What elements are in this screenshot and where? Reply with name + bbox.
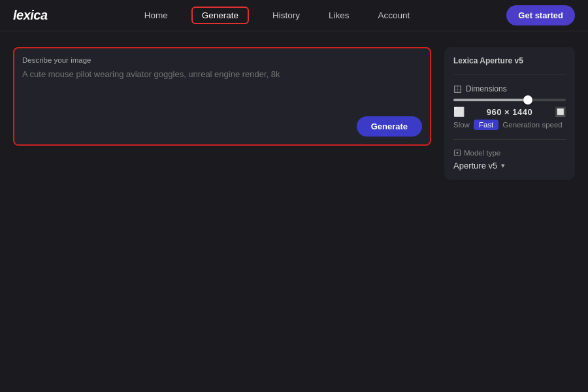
main-content: Describe your image Generate Lexica Aper… [0,31,588,392]
divider-1 [453,74,566,75]
speed-slow-label: Slow [453,121,470,129]
dimension-slider-track[interactable] [453,99,566,101]
model-select[interactable]: Aperture v5 ▾ [453,161,566,171]
prompt-box: Describe your image Generate [13,47,431,146]
dimension-large-icon: 🔲 [555,106,566,117]
dimensions-label: Dimensions [453,84,566,93]
dimension-value: 960 × 1440 [487,107,532,117]
model-selected-value: Aperture v5 [453,161,497,171]
nav-likes[interactable]: Likes [323,8,355,23]
nav-home[interactable]: Home [139,8,173,23]
divider-2 [453,139,566,140]
generate-button[interactable]: Generate [357,116,422,137]
slider-thumb [523,95,532,105]
left-panel: Describe your image Generate [13,47,431,376]
model-type-section: Model type Aperture v5 ▾ [453,149,566,171]
model-type-icon [453,149,461,157]
nav-history[interactable]: History [267,8,305,23]
model-title: Lexica Aperture v5 [453,56,566,65]
dimension-small-icon: ⬜ [453,106,465,117]
dimension-display: ⬜ 960 × 1440 🔲 [453,106,566,117]
nav-account[interactable]: Account [373,8,416,23]
speed-fast-badge[interactable]: Fast [474,120,498,130]
right-panel: Lexica Aperture v5 Dimensions ⬜ 960 × 14… [444,47,575,180]
nav-generate[interactable]: Generate [191,7,249,24]
nav-links: Home Generate History Likes Account [139,7,416,24]
dimensions-icon [453,85,462,93]
get-started-button[interactable]: Get started [506,5,575,25]
prompt-label: Describe your image [22,56,422,64]
generation-speed-label: Generation speed [502,121,562,129]
prompt-input[interactable] [22,69,422,108]
prompt-footer: Generate [22,114,422,137]
logo: lexica [13,8,48,23]
dimensions-section: Dimensions ⬜ 960 × 1440 🔲 Slow Fast Gene… [453,84,566,130]
svg-point-1 [457,152,459,154]
model-type-label: Model type [453,149,566,157]
chevron-down-icon: ▾ [501,161,505,170]
speed-row: Slow Fast Generation speed [453,120,566,130]
navbar: lexica Home Generate History Likes Accou… [0,0,588,31]
slider-fill [453,99,527,101]
